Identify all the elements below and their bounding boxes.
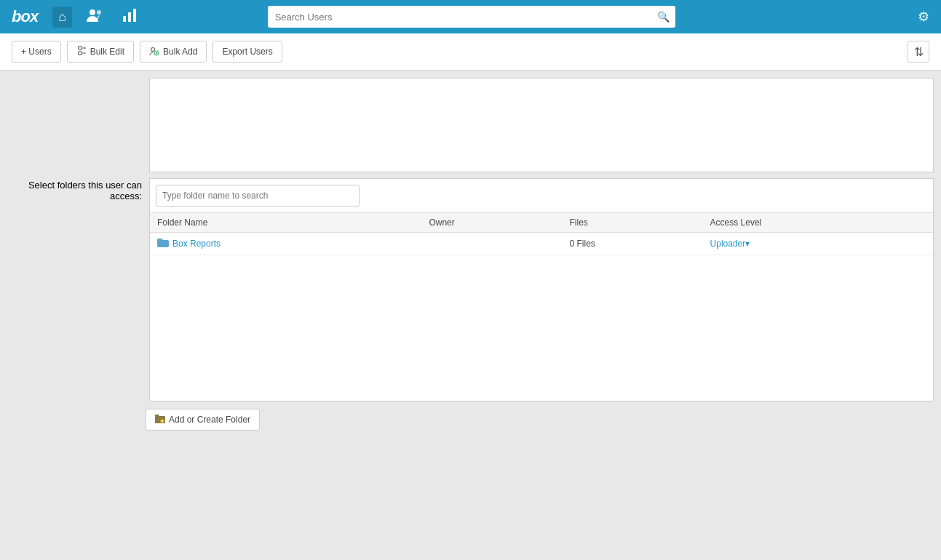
bulk-edit-icon	[76, 46, 87, 58]
sort-icon: ⇅	[914, 45, 924, 59]
bulk-add-button[interactable]: Bulk Add	[140, 41, 207, 63]
bulk-edit-button[interactable]: Bulk Edit	[67, 41, 134, 63]
owner-cell	[421, 233, 562, 255]
bulk-add-label: Bulk Add	[163, 47, 197, 57]
folder-table-body: Box Reports 0 Files Uploader▾	[150, 233, 933, 255]
svg-rect-3	[128, 12, 131, 22]
add-folder-button[interactable]: Add or Create Folder	[146, 409, 260, 431]
svg-rect-4	[133, 9, 136, 22]
folder-item-icon	[157, 238, 169, 249]
top-content-area	[149, 78, 934, 172]
svg-point-1	[97, 10, 101, 15]
files-count-cell: 0 Files	[562, 233, 702, 255]
add-folder-icon	[155, 414, 165, 426]
folder-label-panel: Select folders this user can access:	[7, 172, 149, 401]
folder-name-cell: Box Reports	[150, 233, 421, 255]
svg-point-5	[78, 46, 82, 49]
folder-name-link[interactable]: Box Reports	[172, 239, 221, 249]
folder-list-empty-area	[150, 255, 933, 401]
folder-search-input[interactable]	[156, 185, 360, 207]
chart-icon[interactable]	[117, 6, 142, 28]
folder-table-head: Folder Name Owner Files Access Level	[150, 213, 933, 233]
col-files: Files	[562, 213, 702, 233]
box-logo: box	[12, 7, 38, 26]
svg-point-6	[78, 51, 82, 55]
app-header: box ⌂ 🔍 ⚙	[0, 0, 941, 33]
svg-point-0	[90, 9, 95, 15]
bulk-edit-label: Bulk Edit	[90, 47, 124, 57]
svg-point-7	[151, 47, 155, 51]
add-folder-section: Add or Create Folder	[0, 401, 941, 438]
home-icon[interactable]: ⌂	[52, 7, 72, 28]
col-folder-name: Folder Name	[150, 213, 421, 233]
users-icon[interactable]	[81, 6, 108, 28]
col-access-level: Access Level	[703, 213, 933, 233]
sort-button[interactable]: ⇅	[908, 41, 929, 63]
folder-section: Select folders this user can access: Fol…	[7, 172, 934, 401]
access-level-cell: Uploader▾	[703, 233, 933, 255]
table-row: Box Reports 0 Files Uploader▾	[150, 233, 933, 255]
export-users-button[interactable]: Export Users	[213, 41, 282, 63]
toolbar: + Users Bulk Edit Bulk Add Export Users …	[0, 33, 941, 71]
folder-table-header-row: Folder Name Owner Files Access Level	[150, 213, 933, 233]
search-input[interactable]	[268, 6, 675, 28]
svg-rect-2	[123, 16, 126, 22]
folder-label-line2: access:	[28, 191, 142, 201]
add-users-button[interactable]: + Users	[12, 41, 61, 63]
search-wrapper: 🔍	[268, 6, 675, 28]
main-content: Select folders this user can access: Fol…	[0, 71, 941, 560]
bulk-add-icon	[149, 46, 159, 58]
left-panel	[7, 78, 149, 172]
top-section	[7, 78, 934, 172]
col-owner: Owner	[421, 213, 562, 233]
access-level-dropdown[interactable]: Uploader▾	[710, 239, 750, 249]
folder-table: Folder Name Owner Files Access Level	[150, 212, 933, 255]
folder-label-line1: Select folders this user can	[28, 180, 142, 191]
gear-icon[interactable]: ⚙	[918, 9, 929, 25]
search-icon: 🔍	[657, 11, 670, 23]
folder-label: Select folders this user can access:	[28, 180, 142, 201]
add-folder-label: Add or Create Folder	[169, 415, 250, 425]
folder-content-area: Folder Name Owner Files Access Level	[149, 178, 934, 401]
